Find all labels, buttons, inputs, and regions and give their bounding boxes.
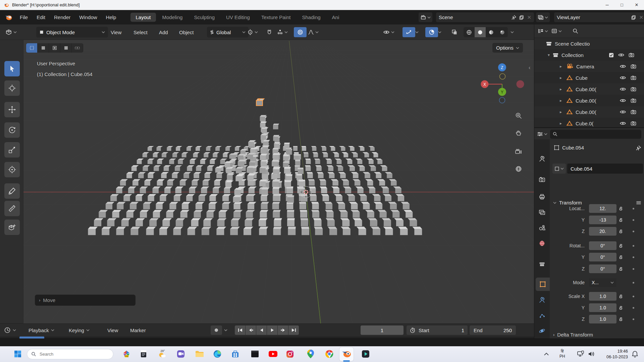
expand-icon[interactable]: ▸: [558, 87, 563, 92]
timeline-menu-view[interactable]: View: [107, 324, 118, 337]
outliner-row-cube[interactable]: ▸Cube: [534, 72, 644, 83]
tool-move[interactable]: [4, 102, 20, 117]
scale-z-field[interactable]: 1.0: [589, 315, 616, 323]
rotation-x-field[interactable]: 0°: [589, 241, 616, 250]
pin-icon[interactable]: [512, 15, 516, 20]
youtube-icon[interactable]: [268, 349, 278, 359]
language-indicator[interactable]: हिPH: [559, 348, 565, 359]
next-keyframe-button[interactable]: [278, 325, 288, 335]
proportional-editing-toggle[interactable]: [294, 27, 307, 37]
expand-icon[interactable]: ▸: [558, 64, 563, 69]
close-button[interactable]: ✕: [629, 0, 644, 10]
outliner-search-icon[interactable]: [573, 28, 578, 34]
tool-measure[interactable]: [4, 201, 20, 216]
select-extend-button[interactable]: [72, 43, 83, 53]
location-y-field[interactable]: -13: [589, 216, 616, 224]
select-box-button[interactable]: [38, 43, 49, 53]
lock-icon[interactable]: [619, 294, 623, 299]
outliner-filter-button[interactable]: [551, 28, 562, 34]
play-button[interactable]: [267, 325, 277, 335]
overlays-toggle[interactable]: [425, 27, 438, 37]
overlays-dropdown[interactable]: [437, 27, 443, 37]
scene-browse-button[interactable]: [419, 12, 432, 22]
expand-icon[interactable]: ▸: [558, 98, 563, 103]
navigation-gizmo[interactable]: Z X Y: [478, 60, 528, 104]
blender-taskbar-active[interactable]: [339, 347, 354, 361]
new-viewlayer-icon[interactable]: [631, 15, 636, 20]
outliner-row-cube[interactable]: ▸Cube.00(: [534, 83, 644, 95]
render-visibility-icon[interactable]: [629, 53, 634, 57]
workspace-tab-animation[interactable]: Ani: [327, 13, 344, 22]
chrome-icon[interactable]: [324, 349, 334, 359]
outliner-row-scene-collection[interactable]: Scene Collectio: [534, 38, 644, 49]
shading-rendered-button[interactable]: [497, 27, 508, 37]
keying-set-dropdown[interactable]: [224, 329, 227, 331]
timeline-menu-marker[interactable]: Marker: [130, 324, 146, 337]
viewport-canvas[interactable]: [0, 40, 534, 323]
menu-object[interactable]: Object: [175, 24, 198, 40]
scale-x-field[interactable]: 1.0: [589, 292, 616, 301]
select-circle-button[interactable]: [49, 43, 60, 53]
properties-search-field[interactable]: [550, 130, 641, 139]
gizmo-minus-x-axis[interactable]: [517, 80, 524, 88]
tool-scale[interactable]: [4, 142, 20, 158]
minimize-button[interactable]: ─: [600, 0, 614, 10]
tab-render[interactable]: [534, 173, 550, 186]
operator-panel[interactable]: ›Move: [35, 295, 136, 306]
timeline-editor-type-button[interactable]: [4, 324, 16, 337]
menu-select[interactable]: Select: [129, 24, 152, 40]
viewlayer-browse-button[interactable]: [536, 12, 550, 22]
play-reverse-button[interactable]: [256, 325, 267, 335]
lock-icon[interactable]: [619, 317, 623, 321]
lock-icon[interactable]: [619, 218, 623, 222]
menu-render[interactable]: Render: [50, 10, 75, 24]
outliner-row-cube[interactable]: ▸Cube.00(: [534, 106, 644, 118]
keyframe-dot[interactable]: [633, 256, 634, 258]
google-maps-icon[interactable]: [306, 349, 316, 359]
prev-keyframe-button[interactable]: [246, 325, 256, 335]
snap-toggle-button[interactable]: [265, 27, 274, 37]
workspace-tab-sculpting[interactable]: Sculpting: [189, 13, 220, 22]
render-visibility-icon[interactable]: [631, 98, 636, 103]
keyframe-dot[interactable]: [633, 282, 634, 284]
scene-name-field[interactable]: Scene ✕: [436, 12, 534, 22]
keyframe-dot[interactable]: [633, 231, 634, 232]
zoom-button[interactable]: [514, 111, 523, 120]
properties-editor-type-button[interactable]: [537, 131, 547, 137]
hide-eye-icon[interactable]: [620, 110, 626, 114]
shading-dropdown[interactable]: [509, 27, 515, 37]
keyframe-dot[interactable]: [633, 208, 634, 209]
network-icon[interactable]: [576, 349, 586, 359]
expand-icon[interactable]: ▸: [558, 75, 563, 80]
lock-icon[interactable]: [619, 267, 623, 271]
workspace-tab-texture-paint[interactable]: Texture Paint: [256, 13, 296, 22]
expand-icon[interactable]: ▸: [558, 121, 563, 126]
hide-eye-icon[interactable]: [620, 121, 626, 126]
object-browse-button[interactable]: [552, 164, 566, 174]
tool-select-box[interactable]: [4, 61, 20, 76]
start-button[interactable]: [13, 349, 23, 359]
rotation-mode-dropdown[interactable]: X...: [589, 278, 616, 287]
render-visibility-icon[interactable]: [631, 64, 636, 69]
auto-keying-button[interactable]: [211, 325, 222, 335]
mode-dropdown[interactable]: Object Mode: [36, 27, 108, 38]
hide-eye-icon[interactable]: [618, 53, 625, 57]
maximize-button[interactable]: □: [614, 0, 629, 10]
menu-file[interactable]: File: [15, 10, 32, 24]
scale-y-field[interactable]: 1.0: [589, 303, 616, 312]
outliner-row-camera[interactable]: ▸ Camera: [534, 61, 644, 72]
instagram-icon[interactable]: [285, 349, 295, 359]
render-visibility-icon[interactable]: [631, 87, 636, 92]
tray-expand-chevron[interactable]: [541, 349, 551, 359]
delta-transform-section[interactable]: ›Delta Transform: [553, 332, 593, 338]
editor-type-button[interactable]: [4, 27, 18, 37]
frame-end-field[interactable]: End 250: [470, 325, 516, 335]
camera-view-button[interactable]: [514, 147, 523, 157]
menu-window[interactable]: Window: [75, 10, 101, 24]
menu-help[interactable]: Help: [102, 10, 121, 24]
keyframe-dot[interactable]: [633, 318, 634, 320]
tab-tool[interactable]: [534, 152, 550, 166]
tool-annotate[interactable]: [4, 183, 20, 199]
ms-store-icon[interactable]: [230, 349, 240, 359]
lock-icon[interactable]: [619, 244, 623, 248]
